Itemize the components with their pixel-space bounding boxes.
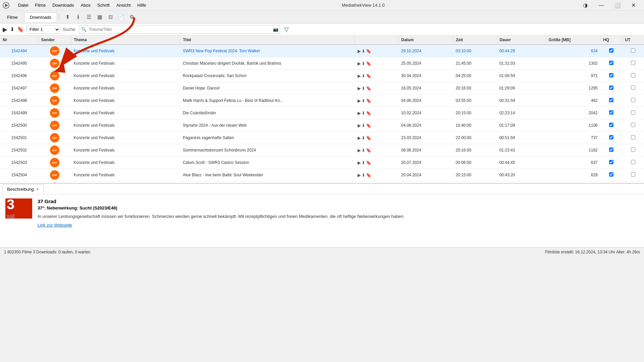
action-play[interactable]: ▶ [358, 98, 361, 103]
minimize-button[interactable]: — [594, 0, 609, 11]
menu-downloads[interactable]: Downloads [50, 1, 76, 9]
col-sender[interactable]: Sender [38, 36, 71, 45]
table-row[interactable]: 1542502 ZDF Konzerte und Festivals Somme… [0, 144, 644, 157]
cell-ut[interactable] [622, 169, 644, 181]
action-play[interactable]: ▶ [358, 123, 361, 128]
bookmark-button[interactable]: 🔖 [17, 26, 24, 33]
action-bookmark[interactable]: 🔖 [366, 148, 371, 153]
cell-ut[interactable] [622, 144, 644, 157]
action-download[interactable]: ⬇ [362, 173, 365, 178]
col-hq[interactable]: HQ [600, 36, 622, 45]
action-play[interactable]: ▶ [358, 160, 361, 165]
col-nr[interactable]: Nr [0, 36, 38, 45]
tab-downloads[interactable]: Downloads [24, 12, 57, 22]
list-icon[interactable]: ☰ [84, 12, 94, 22]
ut-checkbox[interactable] [631, 123, 635, 127]
search-clear-button[interactable]: 📷 [272, 25, 280, 34]
hq-checkbox[interactable] [609, 135, 613, 139]
col-titel[interactable]: Titel [180, 36, 355, 45]
desc-tab-close[interactable]: ✕ [36, 187, 39, 192]
col-datum[interactable]: Datum [398, 36, 453, 45]
filter-icon[interactable]: ▽ [283, 26, 290, 33]
action-bookmark[interactable]: 🔖 [366, 49, 371, 54]
action-bookmark[interactable]: 🔖 [366, 73, 371, 78]
search-input[interactable] [89, 25, 272, 34]
filter-select[interactable]: Filter 1 [26, 25, 60, 34]
cell-ut[interactable] [622, 119, 644, 132]
action-bookmark[interactable]: 🔖 [366, 160, 371, 165]
hq-checkbox[interactable] [609, 123, 613, 127]
ut-checkbox[interactable] [631, 110, 635, 115]
cell-hq[interactable] [600, 107, 622, 119]
ut-checkbox[interactable] [631, 147, 635, 152]
cell-ut[interactable] [622, 107, 644, 119]
action-bookmark[interactable]: 🔖 [366, 123, 371, 128]
hq-checkbox[interactable] [609, 48, 613, 53]
table-icon[interactable]: ▦ [95, 12, 104, 22]
action-play[interactable]: ▶ [358, 173, 361, 178]
action-download[interactable]: ⬇ [362, 135, 365, 140]
action-bookmark[interactable]: 🔖 [366, 135, 371, 140]
cell-hq[interactable] [600, 119, 622, 132]
action-play[interactable]: ▶ [358, 148, 361, 153]
action-download[interactable]: ⬇ [362, 160, 365, 165]
menu-schrift[interactable]: Schrift [95, 1, 112, 9]
cell-hq[interactable] [600, 95, 622, 107]
ut-checkbox[interactable] [631, 135, 635, 139]
desc-link[interactable]: Link zur Webseite [38, 223, 72, 228]
close-button[interactable]: ✕ [626, 0, 641, 11]
hq-checkbox[interactable] [609, 160, 613, 164]
action-play[interactable]: ▶ [358, 111, 361, 116]
action-play[interactable]: ▶ [358, 86, 361, 91]
cell-ut[interactable] [622, 70, 644, 82]
desc-tab-beschreibung[interactable]: Beschreibung ✕ [3, 184, 44, 194]
action-download[interactable]: ⬇ [362, 86, 365, 91]
hq-checkbox[interactable] [609, 147, 613, 152]
ut-checkbox[interactable] [631, 85, 635, 90]
action-download[interactable]: ⬇ [362, 49, 365, 54]
hq-checkbox[interactable] [609, 85, 613, 90]
action-bookmark[interactable]: 🔖 [366, 173, 371, 178]
ut-checkbox[interactable] [631, 48, 635, 53]
cell-hq[interactable] [600, 57, 622, 70]
cell-hq[interactable] [600, 169, 622, 181]
cell-ut[interactable] [622, 57, 644, 70]
action-download[interactable]: ⬇ [362, 123, 365, 128]
action-play[interactable]: ▶ [358, 135, 361, 140]
action-bookmark[interactable]: 🔖 [366, 111, 371, 116]
cell-ut[interactable] [622, 45, 644, 57]
play-button[interactable]: ▶ [3, 26, 7, 33]
table-row[interactable]: 1542498 ZDF Konzerte und Festivals Malik… [0, 95, 644, 107]
menu-datei[interactable]: Datei [15, 1, 31, 9]
ut-checkbox[interactable] [631, 73, 635, 77]
hq-checkbox[interactable] [609, 172, 613, 177]
col-groesse[interactable]: Größe [MB] [546, 36, 600, 45]
action-play[interactable]: ▶ [358, 61, 361, 66]
col-ut[interactable]: UT [622, 36, 644, 45]
cell-hq[interactable] [600, 144, 622, 157]
action-download[interactable]: ⬇ [362, 111, 365, 116]
tab-filme[interactable]: Filme [1, 12, 23, 22]
cell-ut[interactable] [622, 82, 644, 95]
table-row[interactable]: 1542494 ZDF Konzerte und Festivals SWR3 … [0, 45, 644, 57]
table-row[interactable]: 1542504 ZDF Konzerte und Festivals Aloe … [0, 169, 644, 181]
cell-ut[interactable] [622, 132, 644, 144]
table-row[interactable]: 1542501 ZDF Konzerte und Festivals Pagan… [0, 132, 644, 144]
maximize-button[interactable]: ⬜ [610, 0, 625, 11]
action-bookmark[interactable]: 🔖 [366, 86, 371, 91]
hq-checkbox[interactable] [609, 110, 613, 115]
contrast-button[interactable]: ◑ [578, 0, 593, 11]
file-icon[interactable]: 📄 [116, 12, 126, 22]
ut-checkbox[interactable] [631, 172, 635, 177]
table-row[interactable]: 1542496 ZDF Konzerte und Festivals Rockp… [0, 70, 644, 82]
cell-hq[interactable] [600, 157, 622, 169]
hq-checkbox[interactable] [609, 73, 613, 77]
table-row[interactable]: 1542503 ZDF Konzerte und Festivals Calum… [0, 157, 644, 169]
download-button[interactable]: ⬇ [10, 26, 14, 33]
upload-icon[interactable]: ⬆ [63, 12, 72, 22]
cell-hq[interactable] [600, 45, 622, 57]
action-bookmark[interactable]: 🔖 [366, 61, 371, 66]
ut-checkbox[interactable] [631, 61, 635, 65]
action-bookmark[interactable]: 🔖 [366, 98, 371, 103]
col-thema[interactable]: Thema [71, 36, 180, 45]
